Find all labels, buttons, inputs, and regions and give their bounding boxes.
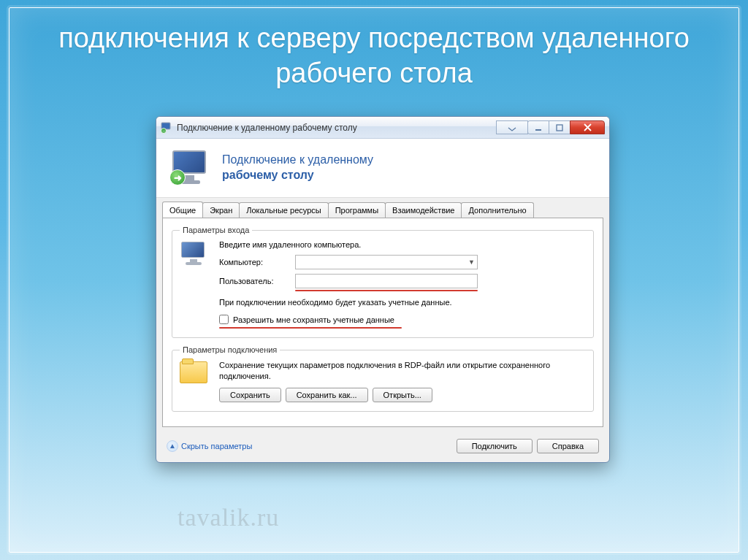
chevron-down-icon: ▼ — [468, 258, 475, 266]
slide-title: подключения к серверу посредством удален… — [9, 21, 739, 91]
minimize-button[interactable] — [527, 120, 549, 134]
header-line1: Подключение к удаленному — [222, 153, 373, 168]
login-legend: Параметры входа — [180, 226, 252, 234]
watermark: tavalik.ru — [178, 504, 279, 532]
connection-group: Параметры подключения Сохранение текущих… — [172, 345, 594, 412]
open-button[interactable]: Открыть... — [373, 388, 432, 402]
computer-combo[interactable]: ▼ — [295, 255, 478, 269]
rdp-icon: ➜ — [169, 149, 212, 187]
hide-options-link[interactable]: ▲ Скрыть параметры — [167, 440, 252, 452]
annotation-underline — [295, 290, 478, 291]
tab-local-resources[interactable]: Локальные ресурсы — [239, 202, 328, 218]
connection-text: Сохранение текущих параметров подключени… — [219, 360, 586, 382]
maximize-button[interactable] — [549, 120, 570, 134]
tab-general[interactable]: Общие — [162, 202, 203, 218]
login-group: Параметры входа Введите имя удаленного к… — [172, 226, 594, 338]
svg-rect-3 — [535, 129, 541, 131]
app-icon: → — [161, 122, 172, 134]
save-as-button[interactable]: Сохранить как... — [286, 388, 368, 402]
login-note: При подключении необходимо будет указать… — [219, 297, 586, 307]
folder-icon — [180, 361, 207, 383]
window-title: Подключение к удаленному рабочему столу — [177, 123, 497, 133]
connect-button[interactable]: Подключить — [457, 439, 533, 453]
close-button[interactable] — [570, 120, 605, 134]
dialog-footer: ▲ Скрыть параметры Подключить Справка — [156, 433, 609, 462]
header-line2: рабочему столу — [222, 168, 373, 183]
help-window-button[interactable] — [496, 120, 528, 134]
annotation-underline-2 — [219, 327, 402, 329]
user-field[interactable] — [295, 274, 478, 288]
tab-experience[interactable]: Взаимодействие — [385, 202, 462, 218]
tab-panel-general: Параметры входа Введите имя удаленного к… — [162, 218, 603, 427]
svg-rect-4 — [557, 125, 562, 131]
save-credentials-label: Разрешить мне сохранять учетные данные — [233, 315, 394, 324]
help-button[interactable]: Справка — [537, 439, 599, 453]
collapse-icon: ▲ — [167, 440, 178, 452]
dialog-header: ➜ Подключение к удаленному рабочему стол… — [156, 139, 609, 198]
connection-legend: Параметры подключения — [180, 345, 280, 354]
svg-text:→: → — [162, 129, 166, 133]
titlebar[interactable]: → Подключение к удаленному рабочему стол… — [156, 117, 609, 139]
tab-advanced[interactable]: Дополнительно — [461, 202, 533, 218]
tab-display[interactable]: Экран — [202, 202, 240, 218]
rdp-window: → Подключение к удаленному рабочему стол… — [156, 116, 610, 463]
tab-strip: Общие Экран Локальные ресурсы Программы … — [156, 198, 609, 218]
login-instruction: Введите имя удаленного компьютера. — [219, 240, 586, 249]
computer-label: Компьютер: — [219, 258, 289, 266]
save-credentials-checkbox[interactable] — [219, 315, 229, 324]
computer-icon — [180, 242, 207, 266]
user-label: Пользователь: — [219, 277, 289, 285]
save-button[interactable]: Сохранить — [219, 388, 281, 402]
tab-programs[interactable]: Программы — [328, 202, 386, 218]
